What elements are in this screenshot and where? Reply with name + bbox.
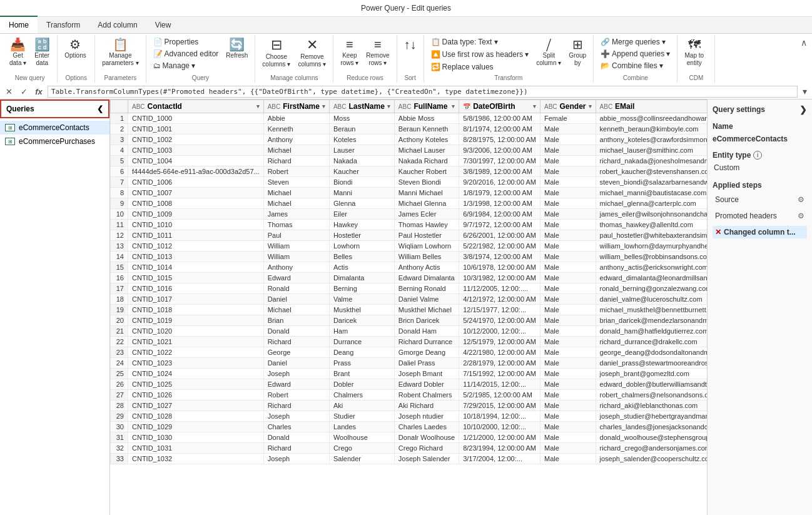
dob-filter-btn[interactable]: ▾ — [533, 103, 536, 110]
cell-contact-id: CNTID_1007 — [128, 188, 264, 198]
table-row: 24 CNTID_1023 Daniel Prass Daliel Prass … — [111, 358, 708, 369]
cell-first-name: Thomas — [263, 220, 329, 230]
formula-cross-icon[interactable]: ✕ — [3, 85, 15, 98]
table-row: 1 CNTID_1000 Abbie Moss Abbie Moss 5/8/1… — [111, 113, 708, 124]
step-promoted-headers[interactable]: Promoted headers ⚙ — [713, 210, 807, 222]
cell-last-name: Dimalanta — [329, 273, 394, 283]
remove-columns-button[interactable]: ✕ Removecolumns ▾ — [295, 36, 329, 70]
main-container: Queries ❮ ⊞ eCommerceContacts ⊞ eCommerc… — [0, 99, 812, 515]
cell-full-name: Paul Hostetler — [394, 230, 459, 241]
ribbon-group-transform-label: Transform — [428, 73, 590, 81]
enter-data-button[interactable]: 🔡 Enterdata — [31, 36, 53, 69]
col-header-gender[interactable]: ABC Gender ▾ — [540, 100, 596, 113]
refresh-button[interactable]: 🔄 Refresh — [223, 36, 251, 61]
row-number: 25 — [111, 369, 128, 379]
cell-gender: Male — [540, 454, 596, 464]
col-header-contact-id[interactable]: ABC ContactId ▾ — [128, 100, 264, 113]
split-col-icon: ⧸ — [546, 38, 551, 51]
cell-first-name: Kenneth — [263, 124, 329, 135]
col-header-first-name[interactable]: ABC FirstName ▾ — [263, 100, 329, 113]
cell-contact-id: CNTID_1008 — [128, 198, 264, 209]
group-by-button[interactable]: ⊞ Groupby — [566, 36, 589, 69]
step-source-gear[interactable]: ⚙ — [798, 195, 804, 204]
remove-rows-button[interactable]: ≡ Removerows ▾ — [363, 36, 392, 69]
properties-button[interactable]: 📄 Properties — [150, 36, 222, 48]
cell-email: edward_dobler@butlerwilliamsandturner.co… — [596, 379, 707, 390]
manage-parameters-button[interactable]: 📋 Manageparameters ▾ — [99, 36, 141, 69]
choose-columns-icon: ⊟ — [271, 38, 282, 52]
manage-button[interactable]: 🗂 Manage ▾ — [150, 60, 222, 71]
use-first-row-button[interactable]: 🔼 Use first row as headers ▾ — [428, 49, 532, 60]
cell-gender: Male — [540, 390, 596, 400]
gender-filter-btn[interactable]: ▾ — [589, 103, 592, 110]
col-header-full-name[interactable]: ABC FullName ▾ — [394, 100, 459, 113]
cell-first-name: Michael — [263, 188, 329, 198]
keep-rows-icon: ≡ — [346, 38, 353, 51]
tab-transform[interactable]: Transform — [38, 17, 89, 33]
grid-container[interactable]: ABC ContactId ▾ ABC FirstName ▾ — [110, 99, 707, 515]
queries-collapse-icon[interactable]: ❮ — [97, 105, 103, 113]
tab-add-column[interactable]: Add column — [89, 17, 146, 33]
cell-contact-id: CNTID_1001 — [128, 124, 264, 135]
col-header-date-of-birth[interactable]: 📅 DateOfBirth ▾ — [459, 100, 540, 113]
merge-queries-button[interactable]: 🔗 Merge queries ▾ — [597, 36, 673, 48]
step-source[interactable]: Source ⚙ — [713, 193, 807, 206]
step-changed-column-delete[interactable]: ✕ — [715, 228, 721, 237]
advanced-editor-button[interactable]: 📝 Advanced editor — [150, 48, 222, 59]
first-name-filter-btn[interactable]: ▾ — [322, 103, 325, 110]
query-item-ecommerce-purchases[interactable]: ⊞ eCommercePurchases — [0, 135, 109, 148]
table-row: 23 CNTID_1022 George Deang Gmorge Deang … — [111, 347, 708, 358]
split-column-button[interactable]: ⧸ Splitcolumn ▾ — [533, 36, 564, 69]
entity-type-info-icon[interactable]: i — [753, 151, 762, 160]
last-name-filter-btn[interactable]: ▾ — [387, 103, 390, 110]
table-row: 27 CNTID_1026 Robert Chalmers Robent Cha… — [111, 390, 708, 400]
formula-fx-label: fx — [33, 85, 45, 98]
cell-gender: Male — [540, 379, 596, 390]
enter-data-icon: 🔡 — [34, 38, 50, 51]
row-number: 5 — [111, 156, 128, 166]
name-input[interactable] — [713, 135, 807, 143]
step-changed-column[interactable]: ✕ Changed column t... — [713, 226, 807, 238]
query-settings-expand-icon[interactable]: ❯ — [799, 105, 807, 115]
cell-email: robert_kaucher@stevenshansen.com — [596, 166, 707, 177]
cell-email: paul_hostetler@whitebaxterandsimpson.com — [596, 230, 707, 241]
tab-home[interactable]: Home — [0, 16, 38, 33]
keep-rows-button[interactable]: ≡ Keeprows ▾ — [337, 36, 362, 69]
get-data-button[interactable]: 📥 Getdata ▾ — [6, 36, 29, 69]
cell-dob: 7/29/2015, 12:00:00 AM — [459, 400, 540, 411]
remove-rows-icon: ≡ — [374, 38, 382, 51]
choose-columns-button[interactable]: ⊟ Choosecolumns ▾ — [259, 36, 293, 70]
options-button[interactable]: ⚙ Options — [61, 36, 89, 61]
table-row: 26 CNTID_1025 Edward Dobler Edward Doble… — [111, 379, 708, 390]
col-header-email[interactable]: ABC EMail ▾ — [596, 100, 707, 113]
map-to-entity-button[interactable]: 🗺 Map toentity — [681, 36, 707, 69]
step-promoted-headers-gear[interactable]: ⚙ — [798, 212, 804, 220]
row-number: 30 — [111, 422, 128, 432]
cell-last-name: Belles — [329, 252, 394, 262]
cell-contact-id: CNTID_1002 — [128, 135, 264, 145]
formula-check-icon[interactable]: ✓ — [18, 85, 30, 98]
row-number: 2 — [111, 124, 128, 135]
cell-gender: Male — [540, 315, 596, 326]
combine-files-button[interactable]: 📂 Combine files ▾ — [597, 60, 673, 71]
cell-email: ronald_berning@gonzalezwang.com — [596, 283, 707, 294]
cell-contact-id: CNTID_1022 — [128, 347, 264, 358]
query-item-ecommerce-contacts[interactable]: ⊞ eCommerceContacts — [0, 121, 109, 135]
ribbon-collapse-button[interactable]: ∧ — [801, 38, 807, 48]
cell-dob: 9/7/1972, 12:00:00 AM — [459, 220, 540, 230]
formula-expand-icon[interactable]: ▾ — [800, 86, 809, 96]
cell-full-name: Steven Biondi — [394, 177, 459, 188]
cell-first-name: Joseph — [263, 369, 329, 379]
full-name-filter-btn[interactable]: ▾ — [452, 103, 455, 110]
contact-id-filter-btn[interactable]: ▾ — [256, 103, 260, 110]
sort-asc-button[interactable]: ↑↓ — [401, 36, 420, 54]
tab-view[interactable]: View — [146, 17, 180, 33]
cell-full-name: Michael Glenna — [394, 198, 459, 209]
col-header-last-name[interactable]: ABC LastName ▾ — [329, 100, 394, 113]
queries-title: Queries — [6, 105, 34, 113]
replace-values-button[interactable]: 🔁 Replace values — [428, 61, 532, 73]
append-queries-button[interactable]: ➕ Append queries ▾ — [597, 48, 673, 59]
formula-input[interactable] — [48, 86, 798, 98]
data-type-button[interactable]: 📋 Data type: Text ▾ — [428, 36, 532, 48]
ribbon-group-parameters-label: Parameters — [99, 73, 141, 81]
